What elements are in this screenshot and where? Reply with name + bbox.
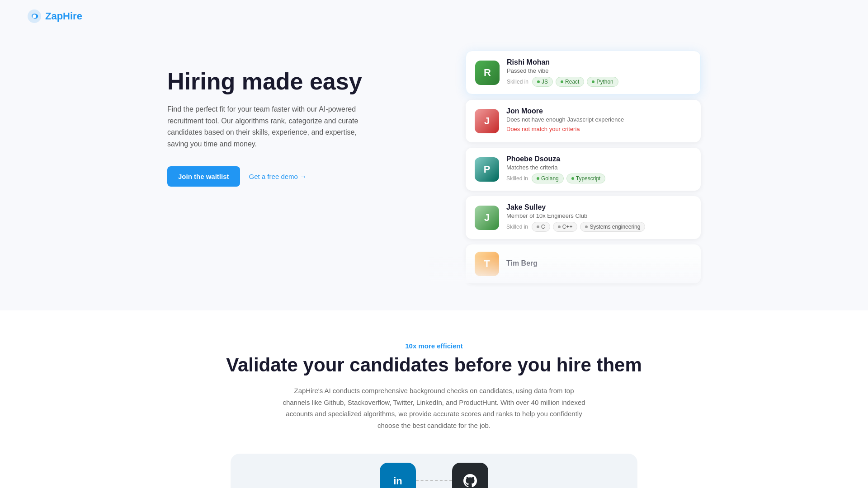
logo-icon	[27, 9, 42, 23]
hero-left: Hiring made easy Find the perfect fit fo…	[167, 51, 402, 187]
hero-description: Find the perfect fit for your team faste…	[167, 103, 366, 150]
candidate-card: R Rishi Mohan Passed the vibe Skilled in…	[466, 51, 701, 94]
candidate-info: Rishi Mohan Passed the vibe Skilled in J…	[507, 58, 691, 87]
candidate-info: Jon Moore Does not have enough Javascrip…	[506, 107, 692, 135]
candidate-info: Jake Sulley Member of 10x Engineers Club…	[506, 203, 692, 232]
skill-tag: JS	[532, 77, 553, 87]
svg-point-4	[459, 469, 481, 488]
navbar: ZapHire	[0, 0, 868, 33]
skill-tag: Typescript	[566, 174, 606, 183]
candidate-name: Phoebe Dsouza	[506, 155, 692, 163]
hero-section: Hiring made easy Find the perfect fit fo…	[140, 33, 728, 310]
candidate-status: Matches the criteria	[506, 164, 692, 171]
skill-tag: C	[532, 222, 550, 232]
skills-row: Skilled in C C++ Systems engineering	[506, 222, 692, 232]
candidate-info: Phoebe Dsouza Matches the criteria Skill…	[506, 155, 692, 183]
svg-point-1	[33, 14, 36, 18]
svg-text:in: in	[393, 475, 402, 487]
section-description: ZapHire's AI conducts comprehensive back…	[280, 385, 588, 431]
candidate-status: Member of 10x Engineers Club	[506, 212, 692, 219]
hero-buttons: Join the waitlist Get a free demo →	[167, 166, 402, 187]
linkedin-icon: in	[380, 463, 416, 488]
github-icon	[452, 463, 488, 488]
validate-section: 10x more efficient Validate your candida…	[0, 310, 868, 488]
skills-label: Skilled in	[506, 175, 528, 182]
section-title: Validate your candidates before you hire…	[27, 354, 841, 376]
skill-tag: Python	[587, 77, 618, 87]
skill-tag: Golang	[532, 174, 564, 183]
platforms-visual: in	[231, 454, 637, 488]
skills-row: Skilled in JS React Python	[507, 77, 691, 87]
avatar: J	[475, 206, 499, 230]
connector-line	[416, 480, 452, 481]
candidate-status: Does not have enough Javascript experien…	[506, 116, 692, 123]
candidate-criteria-fail: Does not match your criteria	[506, 126, 692, 132]
join-waitlist-button[interactable]: Join the waitlist	[167, 166, 240, 187]
section-tag: 10x more efficient	[27, 342, 841, 350]
candidate-name: Jon Moore	[506, 107, 692, 115]
avatar: J	[475, 109, 499, 133]
candidate-card: P Phoebe Dsouza Matches the criteria Ski…	[466, 148, 701, 191]
skills-label: Skilled in	[506, 224, 528, 230]
logo-text: ZapHire	[45, 10, 82, 22]
logo: ZapHire	[27, 9, 82, 23]
candidates-list: R Rishi Mohan Passed the vibe Skilled in…	[466, 51, 701, 283]
candidate-card: J Jon Moore Does not have enough Javascr…	[466, 100, 701, 142]
avatar: R	[475, 61, 500, 85]
avatar: P	[475, 157, 499, 182]
skill-tag: React	[556, 77, 584, 87]
candidate-card: T Tim Berg	[466, 244, 701, 283]
candidates-list-wrapper: R Rishi Mohan Passed the vibe Skilled in…	[429, 51, 701, 283]
candidate-status: Passed the vibe	[507, 67, 691, 74]
skills-label: Skilled in	[507, 79, 528, 85]
candidate-info: Tim Berg	[506, 259, 692, 268]
skill-tag: C++	[553, 222, 578, 232]
avatar: T	[475, 252, 499, 276]
hero-right: R Rishi Mohan Passed the vibe Skilled in…	[429, 51, 701, 283]
skill-tag: Systems engineering	[580, 222, 645, 232]
get-demo-button[interactable]: Get a free demo →	[245, 166, 311, 187]
candidate-name: Jake Sulley	[506, 203, 692, 211]
hero-title: Hiring made easy	[167, 69, 402, 94]
candidate-card: J Jake Sulley Member of 10x Engineers Cl…	[466, 196, 701, 239]
candidate-name: Rishi Mohan	[507, 58, 691, 66]
skills-row: Skilled in Golang Typescript	[506, 174, 692, 183]
candidate-name: Tim Berg	[506, 259, 692, 267]
